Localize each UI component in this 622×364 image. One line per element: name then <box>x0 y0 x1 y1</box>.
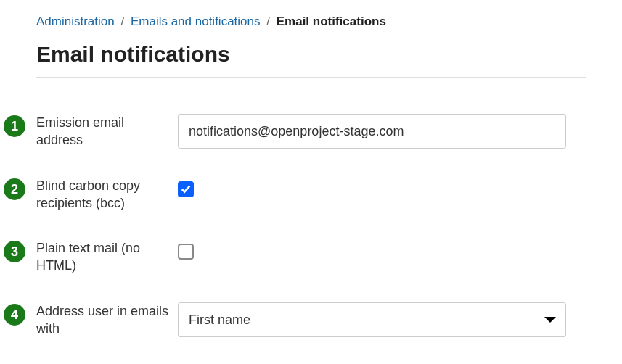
field-label-bcc: Blind carbon copy recipients (bcc) <box>36 177 178 212</box>
breadcrumb-link-emails-and-notifications[interactable]: Emails and notifications <box>131 15 261 28</box>
page-title: Email notifications <box>36 42 586 67</box>
emission-email-input[interactable] <box>178 114 566 149</box>
step-badge: 2 <box>4 178 25 200</box>
address-user-select[interactable]: First name <box>178 302 566 337</box>
field-row-address-user: 4 Address user in emails with First name <box>36 302 586 338</box>
step-badge: 1 <box>4 115 25 137</box>
field-row-plain-text: 3 Plain text mail (no HTML) <box>36 239 586 275</box>
field-label-address-user: Address user in emails with <box>36 302 178 338</box>
breadcrumb: Administration / Emails and notification… <box>36 15 586 29</box>
step-badge: 4 <box>4 304 25 326</box>
bcc-checkbox[interactable] <box>178 181 194 197</box>
settings-form: 1 Emission email address 2 Blind carbon … <box>36 114 586 337</box>
step-badge: 3 <box>4 241 25 262</box>
plain-text-checkbox[interactable] <box>178 244 194 260</box>
breadcrumb-current: Email notifications <box>277 15 386 28</box>
field-row-emission-email: 1 Emission email address <box>36 114 586 149</box>
field-label-plain-text: Plain text mail (no HTML) <box>36 239 178 275</box>
divider <box>36 77 586 78</box>
breadcrumb-separator: / <box>118 15 127 28</box>
check-icon <box>181 184 191 194</box>
field-row-bcc: 2 Blind carbon copy recipients (bcc) <box>36 177 586 212</box>
field-label-emission-email: Emission email address <box>36 114 178 149</box>
breadcrumb-link-administration[interactable]: Administration <box>36 15 115 28</box>
breadcrumb-separator: / <box>263 15 273 28</box>
